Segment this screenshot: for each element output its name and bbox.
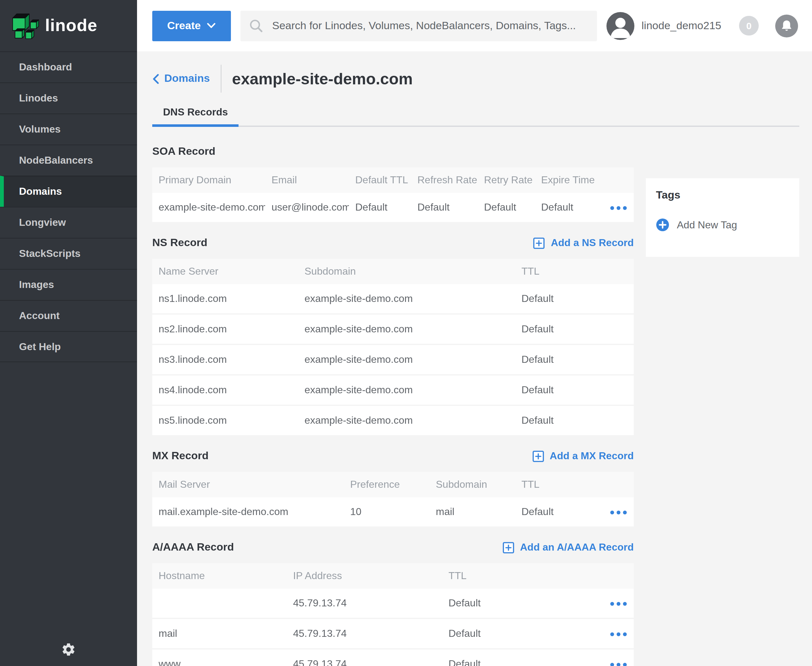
add-new-tag-label: Add New Tag	[677, 219, 737, 231]
action-menu-button[interactable]	[608, 630, 629, 639]
section-header: NS RecordAdd a NS Record	[152, 235, 634, 251]
tags-panel: Tags Add New Tag	[646, 178, 799, 257]
table-row: www45.79.13.74Default	[152, 648, 634, 666]
column-header: IP Address	[287, 563, 442, 589]
plus-circle-icon	[656, 218, 669, 231]
create-button[interactable]: Create	[152, 10, 231, 41]
column-header: Expire Time	[535, 167, 608, 193]
table-cell: Default	[411, 193, 478, 222]
table-row: mail.example-site-demo.com10mailDefault	[152, 497, 634, 526]
global-search	[241, 10, 597, 41]
action-menu-button[interactable]	[608, 204, 629, 213]
column-header: Name Server	[152, 259, 298, 284]
table-cell: example-site-demo.com	[298, 313, 515, 344]
status-badge[interactable]: 0	[739, 16, 759, 36]
action-menu-button[interactable]	[608, 599, 629, 608]
notifications-button[interactable]	[775, 14, 798, 37]
content-area: Domains example-site-demo.com DNS Record…	[137, 51, 812, 666]
add-record-label: Add a MX Record	[550, 450, 634, 462]
table-cell: Default	[515, 497, 608, 526]
section-mx: MX RecordAdd a MX RecordMail ServerPrefe…	[152, 448, 634, 526]
table-cell: ns5.linode.com	[152, 405, 298, 435]
table-row: ns1.linode.comexample-site-demo.comDefau…	[152, 284, 634, 313]
topbar-right: linode_demo215 0	[607, 12, 798, 40]
breadcrumb-domains-link[interactable]: Domains	[152, 72, 210, 85]
records-column: SOA RecordPrimary DomainEmailDefault TTL…	[152, 144, 634, 666]
table-cell: ns3.linode.com	[152, 344, 298, 374]
table-row: 45.79.13.74Default	[152, 589, 634, 618]
column-header: Email	[265, 167, 349, 193]
add-mx-record-link[interactable]: Add a MX Record	[532, 450, 634, 462]
settings-gear-button[interactable]	[61, 642, 76, 657]
sidebar-item-label: Get Help	[19, 341, 61, 352]
column-header: Hostname	[152, 563, 287, 589]
soa-table: Primary DomainEmailDefault TTLRefresh Ra…	[152, 167, 634, 222]
section-title: A/AAAA Record	[152, 541, 234, 554]
table-cell-actions	[608, 648, 634, 666]
add-new-tag-button[interactable]: Add New Tag	[656, 218, 737, 231]
column-header: Default TTL	[349, 167, 411, 193]
sidebar-item-label: Dashboard	[19, 61, 72, 73]
app-root: linode DashboardLinodesVolumesNodeBalanc…	[0, 0, 812, 666]
table-cell: Default	[535, 193, 608, 222]
chevron-down-icon	[207, 23, 216, 28]
column-header: Retry Rate	[478, 167, 535, 193]
table-cell: example-site-demo.com	[298, 374, 515, 405]
sidebar-item-label: Domains	[19, 186, 62, 197]
sidebar-item-account[interactable]: Account	[0, 300, 137, 331]
table-cell: 10	[344, 497, 429, 526]
user-icon	[607, 12, 635, 40]
linode-cubes-icon	[12, 12, 39, 39]
table-row: ns4.linode.comexample-site-demo.comDefau…	[152, 374, 634, 405]
sidebar-item-label: Linodes	[19, 92, 58, 104]
username[interactable]: linode_demo215	[642, 19, 721, 32]
action-menu-button[interactable]	[608, 508, 629, 517]
table-row: example-site-demo.comuser@linode.comDefa…	[152, 193, 634, 222]
table-header-row: Primary DomainEmailDefault TTLRefresh Ra…	[152, 167, 634, 193]
ns-table: Name ServerSubdomainTTLns1.linode.comexa…	[152, 259, 634, 435]
sidebar-item-linodes[interactable]: Linodes	[0, 82, 137, 114]
sidebar-item-nodebalancers[interactable]: NodeBalancers	[0, 145, 137, 176]
table-cell: Default	[515, 313, 634, 344]
sidebar-item-volumes[interactable]: Volumes	[0, 114, 137, 145]
plus-square-icon	[533, 237, 545, 249]
column-header: TTL	[515, 259, 634, 284]
table-cell: ns1.linode.com	[152, 284, 298, 313]
table-cell: example-site-demo.com	[298, 405, 515, 435]
table-row: ns3.linode.comexample-site-demo.comDefau…	[152, 344, 634, 374]
sidebar-item-label: Volumes	[19, 124, 61, 135]
sidebar-item-domains[interactable]: Domains	[0, 176, 137, 207]
create-button-label: Create	[167, 19, 201, 32]
table-header-row: Mail ServerPreferenceSubdomainTTL	[152, 472, 634, 497]
table-cell: Default	[442, 618, 608, 648]
section-header: SOA Record	[152, 144, 634, 159]
page-title: example-site-demo.com	[232, 69, 413, 88]
sidebar-item-stackscripts[interactable]: StackScripts	[0, 238, 137, 269]
section-title: MX Record	[152, 450, 209, 462]
table-cell: example-site-demo.com	[298, 284, 515, 313]
gear-icon	[61, 642, 76, 657]
action-menu-button[interactable]	[608, 660, 629, 666]
breadcrumb-label: Domains	[164, 72, 210, 85]
section-title: SOA Record	[152, 145, 215, 158]
add-ns-record-link[interactable]: Add a NS Record	[533, 237, 634, 249]
add-a-aaaa-record-link[interactable]: Add an A/AAAA Record	[502, 541, 634, 554]
column-header-actions	[608, 472, 634, 497]
sidebar: linode DashboardLinodesVolumesNodeBalanc…	[0, 0, 137, 666]
avatar[interactable]	[607, 12, 635, 40]
sidebar-item-get-help[interactable]: Get Help	[0, 331, 137, 362]
sidebar-item-images[interactable]: Images	[0, 269, 137, 300]
table-cell: example-site-demo.com	[152, 193, 265, 222]
bell-icon	[780, 19, 793, 32]
column-header: Subdomain	[298, 259, 515, 284]
sidebar-nav: DashboardLinodesVolumesNodeBalancersDoma…	[0, 51, 137, 362]
column-header: Refresh Rate	[411, 167, 478, 193]
column-header: Subdomain	[429, 472, 515, 497]
sidebar-item-dashboard[interactable]: Dashboard	[0, 51, 137, 82]
search-input[interactable]	[271, 19, 588, 33]
brand-name: linode	[45, 16, 97, 36]
linode-logo[interactable]: linode	[0, 0, 137, 51]
sidebar-item-longview[interactable]: Longview	[0, 207, 137, 238]
table-cell: mail	[429, 497, 515, 526]
tab-dns-records[interactable]: DNS Records	[152, 107, 239, 125]
